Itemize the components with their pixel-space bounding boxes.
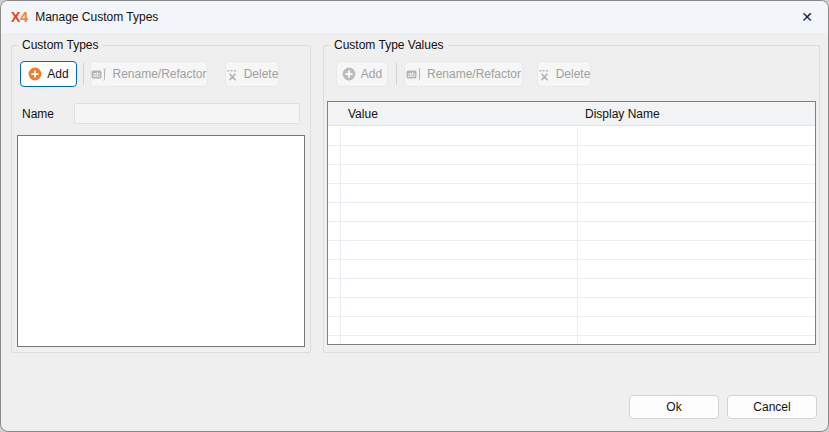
- window-title: Manage Custom Types: [35, 10, 158, 24]
- table-row: [328, 127, 815, 146]
- delete-type-button[interactable]: Delete: [225, 61, 279, 87]
- name-input[interactable]: [74, 103, 300, 124]
- delete-value-label: Delete: [556, 67, 591, 81]
- rename-type-label: Rename/Refactor: [112, 67, 206, 81]
- delete-icon: [538, 68, 551, 81]
- add-value-button[interactable]: Add: [336, 61, 388, 87]
- rename-value-label: Rename/Refactor: [427, 67, 521, 81]
- row-header-divider: [340, 127, 341, 345]
- column-divider: [577, 127, 578, 345]
- custom-types-list[interactable]: [17, 135, 305, 347]
- column-header-display-name[interactable]: Display Name: [585, 107, 660, 121]
- cancel-button[interactable]: Cancel: [727, 395, 817, 419]
- name-label: Name: [22, 107, 54, 121]
- table-row: [328, 165, 815, 184]
- table-row: [328, 336, 815, 345]
- delete-type-label: Delete: [244, 67, 279, 81]
- delete-icon: [226, 68, 239, 81]
- app-logo-icon: X4: [11, 9, 28, 25]
- table-header: Value Display Name: [328, 102, 815, 126]
- column-header-value[interactable]: Value: [348, 107, 378, 121]
- custom-type-values-group-label: Custom Type Values: [330, 37, 448, 53]
- close-icon[interactable]: ✕: [792, 4, 822, 30]
- rename-value-button[interactable]: ab Rename/Refactor: [404, 61, 523, 87]
- add-icon: [342, 67, 356, 81]
- svg-text:ab: ab: [93, 71, 101, 78]
- table-row: [328, 298, 815, 317]
- delete-value-button[interactable]: Delete: [537, 61, 591, 87]
- table-row: [328, 317, 815, 336]
- table-row: [328, 279, 815, 298]
- table-row: [328, 241, 815, 260]
- add-value-label: Add: [361, 67, 382, 81]
- custom-type-values-group: Custom Type Values Add ab Rename/Refacto…: [323, 45, 820, 353]
- table-row: [328, 260, 815, 279]
- toolbar-separator: [396, 63, 397, 85]
- add-icon: [28, 67, 42, 81]
- rename-icon: ab: [406, 68, 422, 81]
- table-row: [328, 184, 815, 203]
- rename-icon: ab: [91, 68, 107, 81]
- manage-custom-types-dialog: X4 Manage Custom Types ✕ Custom Types Ad…: [0, 0, 829, 432]
- toolbar-separator: [83, 63, 84, 85]
- table-row: [328, 222, 815, 241]
- custom-type-values-table[interactable]: Value Display Name: [327, 101, 816, 345]
- titlebar: X4 Manage Custom Types ✕: [1, 1, 828, 33]
- add-type-button[interactable]: Add: [20, 61, 77, 87]
- ok-button[interactable]: Ok: [629, 395, 719, 419]
- custom-types-group: Custom Types Add ab Rename/Refactor Dele…: [11, 45, 311, 353]
- rename-type-button[interactable]: ab Rename/Refactor: [90, 61, 208, 87]
- table-row: [328, 203, 815, 222]
- svg-text:ab: ab: [408, 71, 416, 78]
- custom-types-group-label: Custom Types: [18, 37, 102, 53]
- add-type-label: Add: [47, 67, 68, 81]
- table-body: [328, 127, 815, 345]
- table-row: [328, 146, 815, 165]
